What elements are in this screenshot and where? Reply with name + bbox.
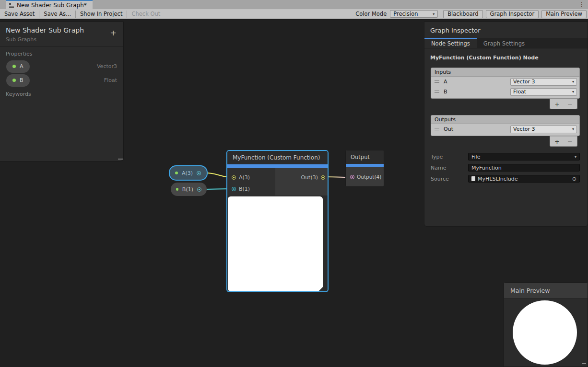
property-pill-b[interactable]: B	[6, 74, 30, 87]
main-preview-panel: Main Preview	[504, 282, 588, 367]
remove-output-button[interactable]: −	[567, 138, 573, 145]
blackboard-panel: New Shader Sub Graph Sub Graphs + Proper…	[0, 22, 124, 161]
tab-title: New Shader Sub Graph*	[17, 2, 87, 9]
add-property-button[interactable]: +	[110, 30, 117, 36]
main-preview-resize-handle[interactable]	[582, 363, 586, 364]
port-a-vector3[interactable]	[232, 175, 236, 180]
property-pill-a[interactable]: A	[6, 60, 30, 73]
property-node-a[interactable]: A(3)	[169, 165, 208, 181]
add-input-button[interactable]: +	[554, 101, 560, 108]
blackboard-title: New Shader Sub Graph	[6, 26, 118, 34]
property-node-a-output-port[interactable]	[197, 171, 201, 175]
tab-node-settings[interactable]: Node Settings	[424, 38, 477, 48]
row-name: B	[444, 89, 510, 95]
myfunction-node[interactable]: MyFunction (Custom Function) A(3) B(1) O…	[226, 150, 329, 292]
source-object-field[interactable]: MyHLSLInclude ⊙	[468, 175, 580, 183]
exposed-dot-icon	[12, 65, 16, 68]
show-in-project-button[interactable]: Show In Project	[76, 9, 127, 19]
graph-inspector-panel: Graph Inspector Node Settings Graph Sett…	[424, 22, 588, 227]
output-node[interactable]: Output Output(4)	[345, 150, 384, 187]
toolbar: Save Asset Save As... Show In Project Ch…	[0, 9, 588, 20]
row-name: A	[444, 79, 510, 85]
selected-node-heading: MyFunction (Custom Function) Node	[424, 48, 588, 68]
property-type: Vector3	[97, 63, 117, 69]
property-node-b[interactable]: B(1)	[171, 183, 207, 196]
drag-handle-icon[interactable]	[435, 80, 439, 83]
outputs-list-header: Outputs	[431, 115, 579, 124]
graph-inspector-title: Graph Inspector	[424, 22, 588, 38]
tab-shader-sub-graph[interactable]: New Shader Sub Graph*	[6, 0, 93, 9]
chevron-down-icon: ▾	[572, 127, 574, 131]
node-title[interactable]: MyFunction (Custom Function)	[227, 151, 328, 164]
property-name: B	[20, 77, 24, 83]
port-out-vector3[interactable]	[321, 175, 325, 180]
drag-handle-icon[interactable]	[435, 91, 439, 93]
save-asset-button[interactable]: Save Asset	[0, 9, 39, 19]
shader-graph-window: New Shader Sub Graph* ⋮ Save Asset Save …	[0, 0, 588, 367]
graph-inspector-toggle-button[interactable]: Graph Inspector	[486, 10, 539, 18]
properties-section-label: Properties	[0, 47, 123, 59]
exposed-dot-icon	[176, 188, 178, 191]
preview-sphere[interactable]	[513, 300, 577, 365]
node-precision-bar	[227, 164, 328, 168]
graph-canvas[interactable]: New Shader Sub Graph Sub Graphs + Proper…	[0, 20, 588, 367]
add-output-button[interactable]: +	[554, 138, 560, 145]
node-precision-bar	[346, 164, 384, 167]
input-b-type-dropdown[interactable]: Float ▾	[510, 88, 577, 96]
object-picker-icon[interactable]: ⊙	[572, 176, 576, 182]
blackboard-resize-handle[interactable]	[118, 159, 123, 160]
inputs-row-a[interactable]: A Vector 3 ▾	[431, 77, 579, 87]
dropdown-value: File	[471, 154, 480, 160]
chevron-down-icon: ▾	[572, 90, 574, 94]
input-port-row-a: A(3)	[227, 172, 275, 183]
outputs-list-footer: + −	[550, 136, 577, 147]
inputs-row-b[interactable]: B Float ▾	[431, 87, 579, 97]
list-padding	[431, 134, 579, 136]
port-label: Out(3)	[301, 174, 318, 181]
blackboard-header: New Shader Sub Graph Sub Graphs +	[0, 22, 123, 46]
check-out-button: Check Out	[127, 9, 165, 19]
name-input[interactable]: MyFunction	[468, 164, 580, 172]
color-mode-value: Precision	[393, 11, 418, 17]
color-mode-dropdown[interactable]: Precision ▾	[390, 10, 438, 18]
file-asset-icon	[471, 176, 475, 181]
source-label: Source	[431, 176, 468, 182]
type-dropdown[interactable]: File ▾	[468, 153, 580, 161]
exposed-dot-icon	[12, 79, 16, 82]
list-padding	[431, 97, 579, 98]
node-title[interactable]: Output	[346, 150, 384, 164]
outputs-list: Outputs Out Vector 3 ▾ + −	[431, 115, 580, 136]
node-ports-body: A(3) B(1) Out(3)	[227, 168, 328, 195]
keywords-section-label: Keywords	[0, 87, 123, 100]
outputs-row-out[interactable]: Out Vector 3 ▾	[431, 124, 579, 134]
port-label: Output(4)	[357, 174, 381, 180]
inputs-list: Inputs A Vector 3 ▾ B Float ▾	[431, 68, 580, 99]
preview-collapse-handle[interactable]	[318, 287, 323, 291]
property-node-b-output-port[interactable]	[197, 187, 201, 192]
property-node-label: A(3)	[182, 170, 193, 176]
chevron-down-icon: ▾	[575, 155, 576, 159]
name-label: Name	[431, 165, 468, 171]
output-out-type-dropdown[interactable]: Vector 3 ▾	[510, 126, 577, 133]
main-preview-title[interactable]: Main Preview	[504, 283, 588, 298]
chevron-down-icon: ▾	[433, 12, 435, 16]
blackboard-toggle-button[interactable]: Blackboard	[443, 10, 482, 18]
dropdown-value: Vector 3	[513, 79, 535, 85]
object-value: MyHLSLInclude	[478, 176, 518, 182]
exposed-dot-icon	[175, 172, 178, 174]
input-port-row-b: B(1)	[227, 183, 275, 195]
type-field-row: Type File ▾	[431, 152, 580, 161]
tab-graph-settings[interactable]: Graph Settings	[477, 38, 531, 48]
output-port-row-out: Out(3)	[275, 172, 328, 183]
name-field-row: Name MyFunction	[431, 163, 580, 172]
main-preview-toggle-button[interactable]: Main Preview	[541, 10, 587, 18]
save-as-button[interactable]: Save As...	[39, 9, 75, 19]
port-output-vector4[interactable]	[350, 175, 354, 179]
window-menu-icon[interactable]: ⋮	[579, 0, 585, 9]
source-field-row: Source MyHLSLInclude ⊙	[431, 174, 580, 183]
input-a-type-dropdown[interactable]: Vector 3 ▾	[510, 78, 577, 86]
node-input-ports: A(3) B(1)	[227, 168, 275, 195]
port-b-float[interactable]	[232, 187, 236, 191]
drag-handle-icon[interactable]	[435, 128, 439, 130]
remove-input-button[interactable]: −	[567, 101, 573, 108]
